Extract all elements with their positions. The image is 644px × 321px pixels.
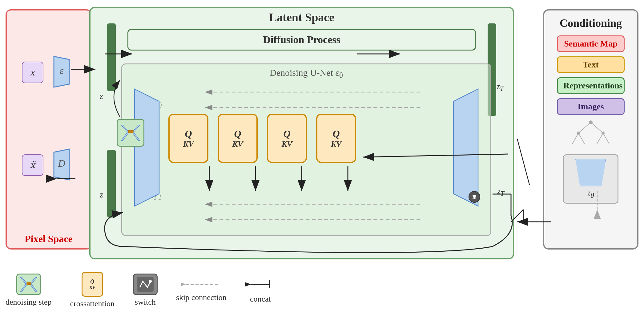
cond-semantic-map: Semantic Map — [557, 35, 625, 52]
legend-switch-icon — [133, 274, 158, 295]
legend-skip-label: skip connection — [176, 293, 227, 302]
svg-text:D: D — [58, 158, 65, 169]
svg-line-23 — [578, 133, 585, 144]
svg-rect-15 — [128, 130, 131, 133]
encoder-row: x ε — [22, 55, 75, 90]
x-tilde-label: x̃ — [30, 160, 35, 170]
svg-marker-13 — [121, 125, 129, 140]
unet-label: Denoising U-Net εθ — [270, 67, 343, 80]
svg-line-22 — [572, 133, 578, 144]
encoder-shape: ε — [48, 55, 75, 90]
tau-label: τθ — [587, 188, 594, 200]
x-tilde-box: x̃ — [22, 154, 43, 176]
diffusion-process-box: Diffusion Process — [127, 29, 476, 51]
tree-icon — [560, 119, 622, 150]
legend-switch-label: switch — [135, 298, 156, 307]
svg-point-28 — [602, 132, 605, 135]
tau-trap-shape — [575, 159, 606, 186]
legend-qkv-icon: Q KV — [82, 272, 103, 297]
conditioning-label: Conditioning — [560, 17, 622, 30]
legend-concat-icon — [245, 277, 276, 292]
cond-text: Text — [557, 56, 625, 73]
diffusion-process-label: Diffusion Process — [263, 34, 340, 46]
cond-representations: Representations — [557, 77, 625, 94]
svg-line-20 — [578, 122, 591, 133]
latent-space-label: Latent Space — [269, 10, 334, 24]
decoder-shape: D — [48, 148, 75, 183]
svg-line-21 — [591, 122, 603, 133]
legend-denoising-label: denoising step — [6, 298, 52, 307]
denoise-step-mini — [117, 119, 144, 147]
legend-denoise-icon — [16, 274, 41, 295]
zT-label-bottom: zT — [497, 187, 504, 197]
legend-crossattention: Q KV crossattention — [70, 272, 115, 308]
skip-connections-top — [147, 83, 478, 123]
svg-rect-16 — [131, 130, 133, 133]
svg-marker-49 — [20, 277, 27, 291]
legend-skip-connection: skip connection — [176, 278, 227, 302]
unet-box: Denoising U-Net εθ Q KV — [121, 63, 491, 236]
svg-rect-52 — [29, 282, 31, 285]
svg-point-54 — [149, 280, 152, 283]
legend-crossattention-label: crossattention — [70, 299, 115, 308]
main-container: x ε x̃ D Pixel Space — [0, 0, 644, 321]
green-bar-left-top — [107, 23, 116, 91]
svg-point-27 — [577, 132, 580, 135]
x-variable-box: x — [22, 62, 43, 83]
svg-line-24 — [597, 133, 603, 144]
x-variable-label: x — [30, 67, 35, 78]
legend-concat: concat — [245, 277, 276, 304]
svg-rect-51 — [27, 282, 29, 285]
conditioning-box: Conditioning Semantic Map Text Represent… — [543, 9, 638, 250]
svg-line-25 — [603, 133, 609, 144]
svg-point-26 — [589, 120, 593, 124]
legend-denoising-step: denoising step — [6, 274, 52, 307]
latent-space-box: Latent Space Diffusion Process z z zT zT… — [89, 7, 514, 259]
z-label-top: z — [100, 91, 103, 101]
decoder-row: x̃ D — [22, 148, 75, 183]
svg-line-36 — [517, 139, 529, 185]
tau-theta-box: τθ — [563, 154, 618, 204]
svg-text:ε: ε — [60, 65, 64, 76]
zT-label-top: zT — [497, 82, 504, 93]
legend-skip-icon — [181, 278, 221, 291]
switch-dot — [467, 189, 482, 206]
pixel-space-box: x ε x̃ D Pixel Space — [6, 9, 92, 250]
skip-connections-bottom — [147, 189, 478, 229]
z-label-bottom: z — [100, 190, 103, 200]
legend: denoising step Q KV crossattention switc… — [6, 266, 638, 315]
pixel-space-label: Pixel Space — [25, 233, 73, 245]
legend-concat-label: concat — [250, 295, 271, 304]
cond-images: Images — [557, 98, 625, 115]
legend-switch: switch — [133, 274, 158, 307]
green-bar-left-bottom — [107, 150, 116, 217]
